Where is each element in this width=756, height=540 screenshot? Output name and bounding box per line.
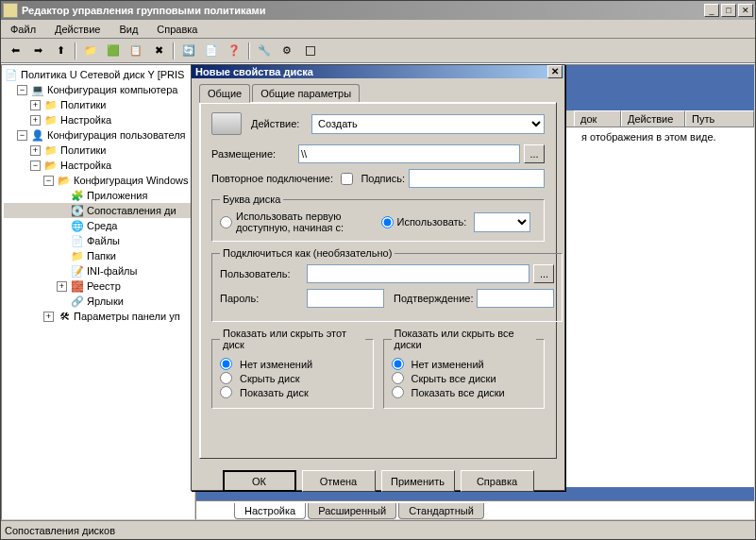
close-button[interactable]: ✕ <box>738 4 753 17</box>
extra2-button[interactable]: ⚙ <box>277 41 297 61</box>
radio-use[interactable] <box>381 216 394 228</box>
radio-this-nochange[interactable] <box>220 358 232 370</box>
tree-shortcuts[interactable]: 🔗Ярлыки <box>4 294 193 309</box>
window-title: Редактор управления групповыми политикам… <box>22 5 704 16</box>
help-icon[interactable]: ❓ <box>224 41 244 61</box>
radio-use-label: Использовать: <box>397 216 467 228</box>
menu-view[interactable]: Вид <box>113 22 143 37</box>
tree-comp-policies[interactable]: +📁Политики <box>4 97 193 112</box>
location-label: Размещение: <box>211 148 294 160</box>
up-button[interactable]: ⬆ <box>50 41 71 61</box>
delete-button[interactable]: ✖ <box>148 41 169 61</box>
tree-user-policies[interactable]: +📁Политики <box>4 143 193 158</box>
titlebar: Редактор управления групповыми политикам… <box>1 1 755 20</box>
tab-page-general: Действие: Создать Размещение: ... Повтор… <box>199 102 557 459</box>
tab-common[interactable]: Общие параметры <box>252 84 360 102</box>
radio-all-nochange[interactable] <box>392 358 404 370</box>
dialog-close-button[interactable]: ✕ <box>547 65 563 78</box>
extra3-button[interactable]: 🞎 <box>299 41 320 61</box>
cancel-button[interactable]: Отмена <box>302 470 376 492</box>
tree-ini[interactable]: 📝INI-файлы <box>4 263 193 278</box>
copy-button[interactable]: 🟩 <box>103 41 124 61</box>
menu-help[interactable]: Справка <box>151 22 203 37</box>
ok-button[interactable]: ОК <box>223 470 296 492</box>
radio-all-show[interactable] <box>392 386 404 398</box>
tree-env[interactable]: 🌐Среда <box>4 218 193 233</box>
tree-user-settings[interactable]: −📂Настройка <box>4 158 193 173</box>
tab-general[interactable]: Общие <box>199 84 250 103</box>
tree-folders[interactable]: 📁Папки <box>4 248 193 263</box>
menu-action[interactable]: Действие <box>49 22 106 37</box>
dialog-new-drive-properties: Новые свойства диска ✕ Общие Общие парам… <box>191 64 565 491</box>
radio-all-hide[interactable] <box>392 372 404 384</box>
show-hide-this-legend: Показать или скрыть этот диск <box>220 328 365 350</box>
tree-registry[interactable]: +🧱Реестр <box>4 278 193 294</box>
tree-win-cfg[interactable]: −📂Конфигурация Windows <box>4 173 193 188</box>
label-label: Подпись: <box>361 173 405 184</box>
tree-drive-maps[interactable]: 💽Сопоставления ди <box>4 203 193 218</box>
btab-settings[interactable]: Настройка <box>234 503 306 519</box>
refresh-button[interactable]: 🔄 <box>178 41 199 61</box>
dialog-tabstrip: Общие Общие параметры <box>199 84 557 102</box>
tree-comp-settings[interactable]: +📁Настройка <box>4 112 193 127</box>
label-input[interactable] <box>409 169 545 188</box>
menu-file[interactable]: Файл <box>5 22 42 37</box>
location-input[interactable] <box>298 144 520 163</box>
col-order[interactable]: док <box>574 110 621 127</box>
btab-extended[interactable]: Расширенный <box>308 503 396 519</box>
col-action[interactable]: Действие <box>621 110 685 127</box>
confirm-label: Подтверждение: <box>394 293 473 304</box>
user-input[interactable] <box>307 264 529 283</box>
help-button[interactable]: Справка <box>461 470 534 492</box>
radio-this-show[interactable] <box>220 386 232 398</box>
extra1-button[interactable]: 🔧 <box>254 41 275 61</box>
minimize-button[interactable]: _ <box>704 4 719 17</box>
connect-as-group: Подключиться как (необязательно) Пользов… <box>211 247 563 322</box>
radio-first-available-label: Использовать первую доступную, начиная с… <box>236 211 376 233</box>
tree-panel-params[interactable]: +🛠Параметры панели уп <box>4 309 193 324</box>
drive-icon <box>211 112 242 135</box>
maximize-button[interactable]: □ <box>721 4 736 17</box>
paste-button[interactable]: 📋 <box>126 41 146 61</box>
toolbar: ⬅ ➡ ⬆ 📁 🟩 📋 ✖ 🔄 📄 ❓ 🔧 ⚙ 🞎 <box>1 39 755 63</box>
radio-first-available[interactable] <box>220 216 232 228</box>
tree-apps[interactable]: 🧩Приложения <box>4 188 193 203</box>
bottom-tabs: Настройка Расширенный Стандартный <box>196 500 754 519</box>
tree-files[interactable]: 📄Файлы <box>4 233 193 248</box>
dialog-buttons: ОК Отмена Применить Справка <box>192 464 564 498</box>
back-button[interactable]: ⬅ <box>5 41 25 61</box>
action-label: Действие: <box>251 118 308 129</box>
password-label: Пароль: <box>220 293 303 304</box>
connect-as-legend: Подключиться как (необязательно) <box>220 247 395 259</box>
tree-user-cfg[interactable]: −👤Конфигурация пользователя <box>4 127 193 143</box>
tree-panel[interactable]: 📄Политика U Сетевой диск Y [PRIS −💻Конфи… <box>1 64 195 520</box>
show-hide-all-legend: Показать или скрыть все диски <box>392 328 537 350</box>
drive-letter-select[interactable] <box>474 212 530 232</box>
col-path[interactable]: Путь <box>685 110 754 127</box>
cut-button[interactable]: 📁 <box>80 41 101 61</box>
browse-button[interactable]: ... <box>524 144 545 163</box>
tree-comp-cfg[interactable]: −💻Конфигурация компьютера <box>4 82 193 97</box>
user-browse-button[interactable]: ... <box>533 264 554 283</box>
reconnect-checkbox[interactable] <box>341 173 353 185</box>
forward-button[interactable]: ➡ <box>27 41 48 61</box>
dialog-title: Новые свойства диска <box>193 66 547 77</box>
tree-root[interactable]: 📄Политика U Сетевой диск Y [PRIS <box>4 67 193 82</box>
statusbar: Сопоставления дисков <box>1 520 755 539</box>
menubar: Файл Действие Вид Справка <box>1 20 755 39</box>
empty-message: я отображения в этом виде. <box>581 131 747 143</box>
status-text: Сопоставления дисков <box>5 525 115 536</box>
drive-letter-group: Буква диска Использовать первую доступну… <box>211 194 545 242</box>
action-select[interactable]: Создать <box>311 114 545 134</box>
password-input[interactable] <box>307 289 384 308</box>
btab-standard[interactable]: Стандартный <box>398 503 484 519</box>
properties-button[interactable]: 📄 <box>201 41 222 61</box>
show-hide-this-group: Показать или скрыть этот диск Нет измене… <box>211 328 374 409</box>
radio-this-hide[interactable] <box>220 372 232 384</box>
user-label: Пользователь: <box>220 268 303 279</box>
confirm-input[interactable] <box>477 289 554 308</box>
drive-letter-legend: Буква диска <box>220 194 283 205</box>
show-hide-all-group: Показать или скрыть все диски Нет измене… <box>383 328 546 409</box>
reconnect-label: Повторное подключение: <box>211 173 337 184</box>
apply-button[interactable]: Применить <box>381 470 455 492</box>
